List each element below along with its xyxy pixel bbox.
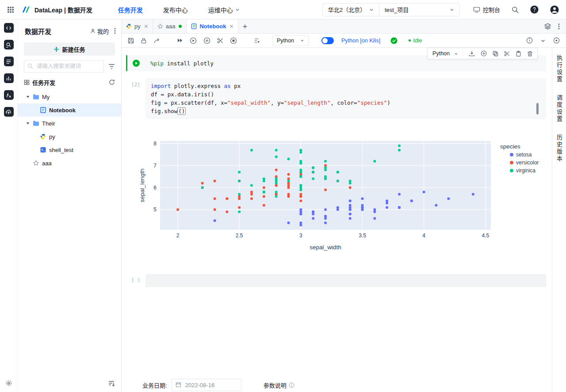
add-cell-icon[interactable] <box>481 50 487 57</box>
legend-item-versicolor[interactable]: versicolor <box>510 160 539 166</box>
paste-cell-icon[interactable] <box>516 51 521 57</box>
kernel-select[interactable]: Python <box>272 35 309 46</box>
cut-cell-icon[interactable] <box>504 51 510 57</box>
nav-item[interactable]: 发布中心 <box>163 5 188 14</box>
mine-filter-button[interactable]: 我的 <box>90 27 109 35</box>
console-label: 控制台 <box>483 5 500 14</box>
status-label: Idle <box>413 38 422 44</box>
cut-cell-icon[interactable] <box>217 38 223 44</box>
notebook-icon <box>40 107 46 113</box>
run-queue-icon[interactable] <box>254 38 260 44</box>
cell-run-success-icon[interactable] <box>133 60 140 67</box>
right-panel-tab-2[interactable]: 历史版本 <box>556 134 562 163</box>
help-icon[interactable] <box>530 5 539 14</box>
filter-icon[interactable] <box>108 63 115 70</box>
kebab-menu-icon[interactable] <box>558 23 560 30</box>
x-tick-label: 2 <box>176 232 180 239</box>
save-icon[interactable] <box>128 38 134 44</box>
info-icon <box>289 382 294 388</box>
submit-arrow-icon[interactable] <box>153 38 160 44</box>
y-tick-label: 5 <box>153 206 157 213</box>
collapse-chevron-icon[interactable] <box>540 38 546 43</box>
sidebar-title: 数据开发 <box>25 27 51 36</box>
legend-item-setosa[interactable]: setosa <box>510 152 532 158</box>
tree-item-py[interactable]: py <box>18 130 121 143</box>
tree-item-their[interactable]: Their <box>18 117 121 130</box>
console-icon <box>473 7 480 13</box>
info-icon[interactable] <box>526 37 533 44</box>
close-tab-icon[interactable] <box>229 24 233 28</box>
tab-aaa[interactable]: aaa <box>153 19 187 33</box>
code-token: () <box>177 107 186 115</box>
k8s-toggle-label: Python [on K8s] <box>341 38 380 44</box>
rail-resources-icon[interactable] <box>4 107 14 117</box>
tree-item-my[interactable]: My <box>18 90 121 103</box>
nav-item-label: 任务开发 <box>118 5 143 14</box>
cell-editor[interactable]: import plotly.express as pxdf = px.data.… <box>145 78 546 119</box>
search-icon[interactable] <box>512 6 519 13</box>
code-line: fig.show() <box>151 107 541 115</box>
code-token: install plotly <box>164 60 214 67</box>
region-select[interactable]: 华北2（北京） <box>323 4 379 16</box>
new-task-label: 新建任务 <box>62 45 85 53</box>
bottom-bar: 业务日期: 参数说明 <box>122 378 552 392</box>
kernel-ok-check-icon <box>390 37 398 44</box>
task-dev-section-header: 任务开发 <box>18 76 121 88</box>
kebab-menu-icon[interactable] <box>114 28 116 34</box>
svg-text:setosa: setosa <box>516 152 532 158</box>
brand-title: DataLeap | 数据开发 <box>34 5 92 14</box>
export-cell-icon[interactable] <box>469 50 475 57</box>
rail-metrics-icon[interactable] <box>4 73 14 83</box>
tab-label: Notebook <box>199 23 226 30</box>
close-tab-icon[interactable] <box>144 24 148 28</box>
right-panel-tab-1[interactable]: 调度设置 <box>556 95 562 123</box>
chevron-down-icon <box>369 8 374 12</box>
module-rail <box>0 19 18 392</box>
k8s-toggle[interactable] <box>321 37 334 44</box>
code-line-wrap: %pip install plotly <box>150 59 214 68</box>
copy-cell-icon[interactable] <box>493 51 498 57</box>
right-panel-tab-0[interactable]: 执行设置 <box>556 55 562 83</box>
nav-item[interactable]: 任务开发 <box>118 5 143 14</box>
tree-item-label: Notebook <box>49 107 76 114</box>
cell-kernel-select[interactable]: Python <box>432 50 463 57</box>
run-all-icon[interactable] <box>177 38 183 43</box>
tab-notebook[interactable]: Notebook <box>187 19 238 33</box>
business-date-input[interactable] <box>172 379 241 391</box>
new-task-button[interactable]: 新建任务 <box>24 42 115 56</box>
settings-gear-icon[interactable] <box>5 380 12 387</box>
apps-grid-icon[interactable] <box>7 6 14 13</box>
new-tab-button[interactable] <box>238 19 252 33</box>
cell-exec-count: [2] <box>126 78 145 119</box>
empty-cell-editor[interactable] <box>145 274 546 287</box>
task-search-input[interactable] <box>24 60 104 72</box>
lock-icon[interactable] <box>141 38 147 44</box>
rail-functions-icon[interactable] <box>4 90 14 100</box>
sort-icon[interactable] <box>108 380 115 387</box>
panel-info-icon[interactable] <box>553 37 560 44</box>
cell-floating-toolbar: Python <box>428 48 538 59</box>
person-icon <box>90 28 96 34</box>
folder-icon <box>33 94 39 100</box>
cell-scrollbar-thumb[interactable] <box>536 103 539 114</box>
rail-data-dev-icon[interactable] <box>4 23 14 33</box>
project-select[interactable]: test_项目 <box>379 4 459 16</box>
nav-item[interactable]: 运维中心 <box>208 5 240 14</box>
tree-item-aaa[interactable]: aaa <box>18 156 121 170</box>
run-cell-icon[interactable] <box>190 37 197 44</box>
tree-item-shell_test[interactable]: shell_test <box>18 143 121 156</box>
console-button[interactable]: 控制台 <box>473 5 500 14</box>
tree-item-notebook[interactable]: Notebook <box>18 103 121 117</box>
legend-item-virginica[interactable]: virginica <box>510 167 535 174</box>
tab-py[interactable]: py <box>122 19 153 33</box>
rail-task-list-icon[interactable] <box>4 57 14 66</box>
interrupt-icon[interactable] <box>230 37 237 44</box>
delete-cell-icon[interactable] <box>527 51 533 57</box>
add-cell-icon[interactable] <box>203 37 210 44</box>
layers-icon[interactable] <box>544 23 551 30</box>
refresh-icon[interactable] <box>109 79 115 85</box>
rail-query-icon[interactable] <box>4 40 14 49</box>
caret-down-icon <box>26 95 30 99</box>
avatar-icon[interactable] <box>550 5 559 14</box>
param-desc[interactable]: 参数说明 <box>264 381 294 389</box>
